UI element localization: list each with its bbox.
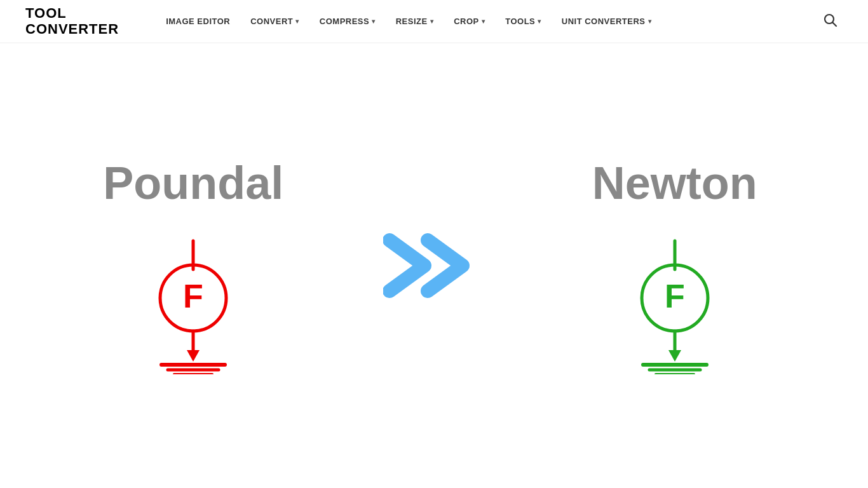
nav-item-image-editor[interactable]: IMAGE EDITOR	[157, 11, 239, 31]
nav-item-convert[interactable]: CONVERT▾	[241, 11, 308, 31]
from-unit-label: Poundal	[103, 157, 283, 209]
nav-item-label: TOOLS	[505, 17, 535, 26]
nav-item-label: CROP	[454, 17, 479, 26]
conversion-arrow	[370, 227, 498, 304]
nav-item-unit-converters[interactable]: UNIT CONVERTERS▾	[553, 11, 660, 31]
svg-line-1	[833, 22, 837, 26]
nav-item-compress[interactable]: COMPRESS▾	[311, 11, 384, 31]
double-chevron-icon	[383, 227, 485, 304]
chevron-down-icon: ▾	[648, 18, 652, 25]
to-unit-block: Newton F	[541, 157, 808, 374]
to-unit-label: Newton	[592, 157, 757, 209]
header: TOOL CONVERTER IMAGE EDITORCONVERT▾COMPR…	[0, 0, 868, 43]
logo[interactable]: TOOL CONVERTER	[25, 6, 119, 36]
chevron-down-icon: ▾	[538, 18, 541, 25]
nav-item-resize[interactable]: RESIZE▾	[387, 11, 442, 31]
svg-marker-6	[187, 350, 200, 362]
main-content: Poundal F Newton	[0, 43, 868, 488]
to-unit-icon: F	[605, 234, 745, 374]
from-unit-icon: F	[123, 234, 263, 374]
main-nav: IMAGE EDITORCONVERT▾COMPRESS▾RESIZE▾CROP…	[157, 11, 818, 31]
nav-item-crop[interactable]: CROP▾	[445, 11, 494, 31]
svg-text:F: F	[183, 278, 203, 315]
chevron-down-icon: ▾	[430, 18, 434, 25]
svg-marker-14	[668, 350, 681, 362]
nav-item-tools[interactable]: TOOLS▾	[496, 11, 550, 31]
chevron-down-icon: ▾	[482, 18, 485, 25]
nav-item-label: COMPRESS	[320, 17, 369, 26]
nav-item-label: CONVERT	[250, 17, 293, 26]
from-unit-block: Poundal F	[60, 157, 327, 374]
svg-text:F: F	[665, 278, 685, 315]
nav-item-label: RESIZE	[396, 17, 428, 26]
search-button[interactable]	[818, 8, 843, 35]
chevron-down-icon: ▾	[372, 18, 376, 25]
nav-item-label: UNIT CONVERTERS	[562, 17, 646, 26]
chevron-down-icon: ▾	[295, 18, 299, 25]
nav-item-label: IMAGE EDITOR	[166, 17, 230, 26]
